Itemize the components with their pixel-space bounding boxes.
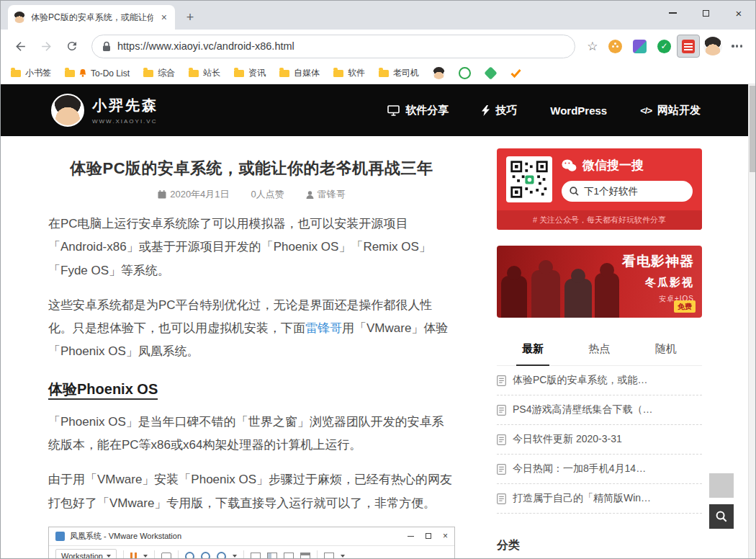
profile-button[interactable]: [701, 35, 724, 58]
document-icon: [497, 375, 506, 386]
address-bar[interactable]: https://www.xiaoyi.vc/android-x86.html: [91, 35, 575, 58]
pen-extension-icon: [633, 40, 647, 53]
minimize-icon: [408, 536, 414, 537]
article-author[interactable]: 雷锋哥: [306, 188, 346, 201]
extension-button[interactable]: ✓: [652, 35, 675, 58]
site-favicon-icon: [14, 12, 25, 23]
post-item[interactable]: 今日热闻：一加8手机4月14…: [497, 455, 702, 484]
browser-menu-button[interactable]: [726, 45, 748, 47]
notes-extension-button-active[interactable]: [677, 35, 700, 58]
author-link[interactable]: 雷锋哥: [305, 321, 342, 335]
bookmark-label: 老司机: [393, 67, 419, 79]
browser-tab[interactable]: 体验PC版的安卓系统，或能让你 ×: [8, 5, 175, 30]
poster-figure: [501, 276, 527, 318]
new-tab-button[interactable]: +: [181, 8, 199, 27]
minimize-button[interactable]: [656, 1, 689, 25]
bookmarks-bar: 小书签 To-Do List 综合 站长 资讯 自媒体 软件: [1, 63, 755, 84]
movie-ad-banner[interactable]: 看电影神器 冬瓜影视 安卓+IOS 免费: [497, 246, 702, 318]
nav-item-wordpress[interactable]: WordPress: [550, 104, 607, 117]
bookmark-folder[interactable]: 站长: [189, 67, 220, 79]
article: 体验PC版的安卓系统，或能让你的老爷机再战三年 2020年4月1日 0人点赞: [48, 136, 455, 558]
movie-ad-name: 冬瓜影视: [622, 276, 694, 290]
post-item[interactable]: PS4游戏高清壁纸集合下载（…: [497, 395, 702, 425]
reload-icon: [66, 40, 78, 53]
close-button[interactable]: ×: [722, 1, 755, 25]
vmware-toolbar: Workstation: [49, 546, 454, 558]
tab-title: 体验PC版的安卓系统，或能让你: [31, 12, 153, 24]
tab-random[interactable]: 随机: [633, 342, 699, 365]
bookmark-folder[interactable]: 资讯: [234, 67, 266, 79]
article-date: 2020年4月1日: [158, 188, 229, 201]
forward-button[interactable]: [34, 34, 58, 58]
bookmark-folder[interactable]: 小书签: [11, 67, 51, 79]
search-icon: [570, 187, 579, 196]
article-likes: 0人点赞: [251, 188, 284, 201]
post-list: 体验PC版的安卓系统，或能… PS4游戏高清壁纸集合下载（…: [497, 366, 702, 514]
maximize-icon: [703, 10, 709, 17]
caret-icon: [233, 555, 237, 558]
tab-close-icon[interactable]: ×: [159, 12, 169, 23]
post-item[interactable]: 今日软件更新 2020-3-31: [497, 425, 702, 455]
sync-favicon-bookmark[interactable]: [459, 67, 471, 79]
extension-button[interactable]: [628, 35, 651, 58]
search-fab-button[interactable]: [709, 504, 734, 529]
tab-strip: 体验PC版的安卓系统，或能让你 × + ×: [1, 1, 755, 30]
bookmark-folder[interactable]: 综合: [143, 67, 175, 79]
wechat-icon: [562, 159, 577, 172]
window-controls: ×: [656, 1, 755, 25]
scroll-top-button[interactable]: [709, 473, 734, 498]
back-button[interactable]: [8, 34, 32, 58]
scrollbar[interactable]: [748, 84, 755, 558]
category-heading: 分类: [497, 538, 702, 553]
nav-item-software[interactable]: 软件分享: [387, 104, 449, 117]
article-title: 体验PC版的安卓系统，或能让你的老爷机再战三年: [48, 158, 455, 179]
nav-label: 技巧: [495, 104, 517, 117]
extension-button[interactable]: [603, 35, 626, 58]
diamond-favicon-bookmark[interactable]: [484, 66, 497, 79]
bookmark-folder[interactable]: 软件: [333, 67, 365, 79]
bookmark-label: 软件: [348, 67, 365, 79]
qr-code: [506, 156, 552, 202]
wechat-banner[interactable]: 微信搜一搜 下1个好软件: [497, 148, 702, 230]
reload-button[interactable]: [60, 34, 84, 58]
site-brand[interactable]: 小羿先森 WWW.XIAOYI.VC: [51, 94, 158, 127]
nav-item-tips[interactable]: 技巧: [482, 104, 517, 117]
wechat-footer: # 关注公众号，每天都有好玩软件分享: [497, 210, 702, 230]
post-item[interactable]: 打造属于自己的「精简版Win…: [497, 484, 702, 514]
poster-figure: [595, 273, 619, 318]
folder-icon: [234, 70, 244, 77]
poster-figure: [564, 279, 592, 318]
bookmark-star-icon[interactable]: ☆: [582, 39, 602, 54]
bookmark-folder[interactable]: 自媒体: [279, 67, 320, 79]
caret-icon: [143, 555, 148, 558]
nav-label: WordPress: [550, 104, 607, 117]
layout-icon: [284, 553, 294, 558]
vmware-window-controls: ×: [408, 532, 448, 540]
nav-item-webdev[interactable]: </> 网站开发: [640, 104, 701, 117]
article-meta: 2020年4月1日 0人点赞 雷锋哥: [48, 188, 455, 201]
tab-hot[interactable]: 热点: [566, 342, 632, 365]
pause-icon: [130, 553, 137, 558]
workstation-menu-button: Workstation: [55, 549, 117, 558]
url-text: https://www.xiaoyi.vc/android-x86.html: [117, 40, 294, 52]
layout-icon: [251, 553, 261, 558]
article-paragraph: 由于用「VMware」安装「Phoenix OS」步骤过于麻烦，已经有热心的网友…: [48, 468, 455, 515]
scrollbar-thumb[interactable]: [750, 86, 755, 172]
folder-icon: [279, 70, 289, 77]
movie-ad-badge: 免费: [674, 300, 696, 313]
folder-icon: [65, 70, 75, 77]
avatar-favicon-bookmark[interactable]: [433, 67, 445, 79]
tab-latest[interactable]: 最新: [500, 342, 566, 365]
bookmark-folder[interactable]: 老司机: [379, 67, 419, 79]
back-icon: [14, 40, 27, 53]
maximize-button[interactable]: [689, 1, 722, 25]
folder-icon: [189, 70, 199, 77]
post-item[interactable]: 体验PC版的安卓系统，或能…: [497, 366, 702, 395]
lock-icon: [102, 41, 111, 52]
bookmark-folder[interactable]: To-Do List: [65, 68, 130, 79]
check-favicon-bookmark[interactable]: [510, 68, 521, 78]
bookmark-label: 站长: [203, 67, 220, 79]
browser-window: 体验PC版的安卓系统，或能让你 × + × https://www.xiaoyi…: [0, 0, 756, 559]
movie-ad-title: 看电影神器: [622, 252, 694, 271]
article-heading: 体验Phoenix OS: [48, 380, 455, 399]
